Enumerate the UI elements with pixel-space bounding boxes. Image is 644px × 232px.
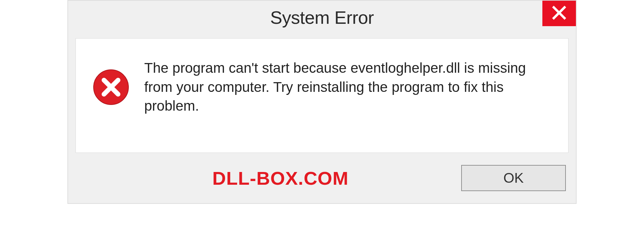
- close-icon: [552, 5, 567, 21]
- dialog-footer: DLL-BOX.COM OK: [68, 153, 576, 203]
- ok-button[interactable]: OK: [461, 165, 566, 191]
- dialog-title: System Error: [270, 7, 374, 28]
- titlebar: System Error: [68, 1, 576, 34]
- close-button[interactable]: [542, 1, 576, 26]
- watermark-text: DLL-BOX.COM: [212, 167, 348, 189]
- error-icon: [93, 69, 129, 106]
- error-dialog: System Error The program can't start bec…: [67, 0, 577, 204]
- ok-button-label: OK: [503, 170, 524, 186]
- error-message: The program can't start because eventlog…: [144, 59, 551, 116]
- content-panel: The program can't start because eventlog…: [75, 38, 569, 153]
